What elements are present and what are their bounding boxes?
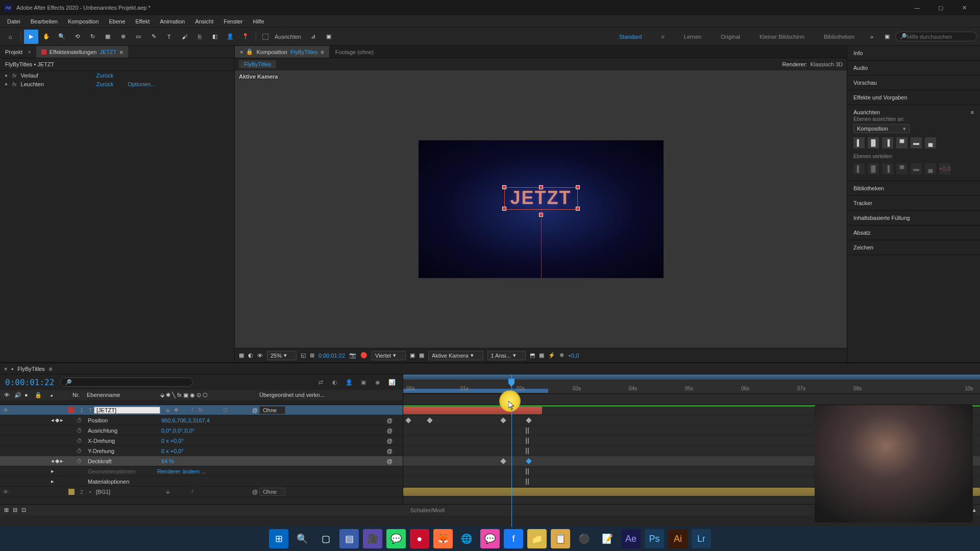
prop-material[interactable]: ▸ Materialoptionen [0,477,403,487]
ws-panel-icon[interactable]: ▣ [880,30,894,44]
draft3d-icon[interactable]: ◐ [329,377,340,388]
toggle-inout-icon[interactable]: ⊡ [21,507,26,513]
panel-align-title[interactable]: Ausrichten [853,109,880,115]
prop-opacity[interactable]: ◂◆▸ ⏱ Deckkraft 64 % @ [0,456,403,466]
time-ruler[interactable]: :00s 01s 02s 03s 04s 05s 06s 07s 08s 10s [403,374,980,394]
clone-tool[interactable]: ⎘ [192,30,207,44]
menu-ebene[interactable]: Ebene [104,15,130,27]
fx-icon[interactable]: fx [12,72,17,79]
puppet-tool[interactable]: 📍 [238,30,253,44]
menu-animation[interactable]: Animation [155,15,190,27]
timeline-search[interactable]: 🔎 [60,378,193,387]
kf-next-icon[interactable]: ▸ [60,458,63,464]
graph-icon[interactable]: 📊 [386,377,398,388]
firefox-icon[interactable]: 🦊 [433,529,453,548]
tab-effect-controls[interactable]: Effekteinstellungen JETZT ≡ [36,46,128,58]
stopwatch-icon[interactable]: ⏱ [77,448,86,454]
light-icon[interactable]: ✲ [559,352,564,359]
kf-add-icon[interactable]: ◆ [55,458,59,464]
prop-geometry[interactable]: ▸ Geometrieoptionen Renderer ändern ... [0,466,403,477]
panel-menu-icon[interactable]: ≡ [49,366,52,372]
align-top-button[interactable]: ▀ [896,137,908,148]
comp-canvas[interactable]: JETZT [419,140,664,278]
start-button[interactable]: ⊞ [269,529,288,548]
messenger-icon[interactable]: 💬 [480,529,500,548]
label-swatch[interactable] [68,407,75,413]
prop-position[interactable]: ◂◆▸ ⏱ Position 960,6,706,3,3167,4 @ [0,415,403,425]
toggle-modes-icon[interactable]: ⊟ [13,507,17,513]
breadcrumb-item[interactable]: FlyByTitles [239,60,276,68]
ai-icon[interactable]: Ai [668,529,688,548]
reset-link[interactable]: Zurück [96,81,114,87]
views-count[interactable]: 1 Ansi... ▾ [487,351,526,360]
switch-modes-label[interactable]: Schalter/Modi [410,507,445,513]
pickwhip-icon[interactable]: @ [387,448,393,454]
kf-prev-icon[interactable]: ◂ [51,458,54,464]
search-button[interactable]: 🔍 [292,529,312,548]
menu-effekt[interactable]: Effekt [130,15,155,27]
menu-bearbeiten[interactable]: Bearbeiten [26,15,63,27]
stopwatch-icon[interactable]: ⏱ [77,417,86,423]
prop-yrot[interactable]: ⏱ Y-Drehung 0 x +0,0° @ [0,446,403,456]
app-icon[interactable]: 📋 [551,529,570,548]
grid-icon[interactable]: ▦ [239,352,244,359]
menu-datei[interactable]: Datei [2,15,26,27]
roto-tool[interactable]: 👤 [223,30,237,44]
reset-link[interactable]: Zurück [96,72,114,79]
search-input[interactable] [907,34,972,40]
stopwatch-icon[interactable]: ⏱ [77,438,86,444]
zoom-select[interactable]: 25% ▾ [267,351,297,360]
transparency-icon[interactable]: ▦ [419,352,424,359]
layer-row-2[interactable]: 👁 2 ▪ [BG1] ⬙/ @ Ohne [0,487,403,497]
parent-select[interactable]: Ohne [259,488,285,496]
home-icon[interactable]: ⌂ [3,30,17,44]
res-select[interactable]: Viertel ▾ [372,351,406,360]
comp-flowchart-icon[interactable]: ⇄ [315,377,326,388]
shy-icon[interactable]: 👤 [344,377,355,388]
stopwatch-icon[interactable]: ⏱ [77,428,86,434]
prop-xrot[interactable]: ⏱ X-Drehung 0 x +0,0° @ [0,436,403,446]
label-swatch[interactable] [68,489,75,495]
res-icon1[interactable]: ◱ [301,352,306,359]
align-hcenter-button[interactable]: ▐▌ [868,137,879,148]
align-vcenter-button[interactable]: ▬ [911,137,922,148]
workspace-kleiner[interactable]: Kleiner Bildschirm [750,28,814,45]
anchor-tool[interactable]: ⊕ [116,30,130,44]
app-icon[interactable]: 🌐 [457,529,476,548]
eraser-tool[interactable]: ◧ [208,30,222,44]
kf-prev-icon[interactable]: ◂ [51,417,54,423]
align-target-select[interactable]: Komposition [853,124,910,133]
renderer-change-link[interactable]: Renderer ändern ... [157,468,206,474]
panel-audio[interactable]: Audio [853,64,974,72]
brush-tool[interactable]: 🖌 [177,30,191,44]
pickwhip-icon[interactable]: @ [387,428,393,434]
shape-tool[interactable]: ▭ [131,30,145,44]
kf-add-icon[interactable]: ◆ [55,417,59,423]
time-display[interactable]: 0:00:01:22 [318,353,345,359]
panel-effects-presets[interactable]: Effekte und Vorgaben [853,93,974,102]
panel-contentaware[interactable]: Inhaltsbasierte Füllung [853,214,974,222]
align-bottom-button[interactable]: ▄ [925,137,936,148]
toggle-switches-icon[interactable]: ⊞ [4,507,9,513]
pen-tool[interactable]: ✎ [146,30,161,44]
options-link[interactable]: Optionen... [128,81,155,87]
draft-icon[interactable]: ▦ [539,352,544,359]
app-icon[interactable]: 🎥 [363,529,382,548]
timecode[interactable]: 0:00:01:22 [5,378,54,387]
kf-next-icon[interactable]: ▸ [60,417,63,423]
help-search[interactable]: 🔎 [895,32,977,41]
parent-select[interactable]: Ohne [259,406,285,414]
workspace-standard[interactable]: Standard [610,28,651,45]
twirl-icon[interactable]: ▸ [51,468,54,474]
workspace-bibliotheken[interactable]: Bibliotheken [815,28,864,45]
camera-tool[interactable]: ▦ [101,30,115,44]
roi-icon[interactable]: ▣ [410,352,415,359]
effect-leuchten[interactable]: ▸ fx Leuchten Zurück Optionen... [0,80,234,88]
panel-vorschau[interactable]: Vorschau [853,79,974,87]
rotate-tool[interactable]: ↻ [85,30,100,44]
ws-more-icon[interactable]: » [865,30,879,44]
view-select[interactable]: Aktive Kamera ▾ [428,351,483,360]
text-tool[interactable]: T [162,30,176,44]
maximize-button[interactable]: ▢ [929,0,952,15]
fx-icon[interactable]: fx [12,81,17,87]
